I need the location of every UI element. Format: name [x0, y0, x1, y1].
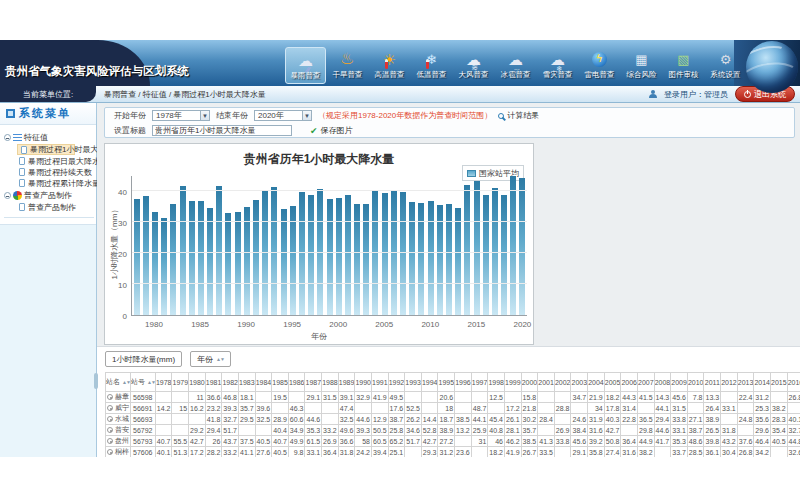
year-header-1981[interactable]: 1981: [205, 373, 222, 392]
value-cell: 29.1: [305, 392, 322, 403]
year-header-1996[interactable]: 1996: [455, 373, 472, 392]
toolbar-item-低温普查[interactable]: ❄低温普查: [411, 47, 452, 84]
value-cell: 49.5: [388, 392, 405, 403]
year-header-2000[interactable]: 2000: [521, 373, 538, 392]
year-header-1998[interactable]: 1998: [488, 373, 505, 392]
value-cell: 33.7: [671, 447, 688, 458]
year-header-1995[interactable]: 1995: [438, 373, 455, 392]
tree-expander-icon[interactable]: [4, 192, 11, 199]
station-table-section: 1小时降水量(mm) 年份 ▲▼ 站名 ▲▼站号 ▲▼1978197919801…: [97, 346, 800, 457]
year-header-2001[interactable]: 2001: [538, 373, 555, 392]
year-header-2006[interactable]: 2006: [621, 373, 638, 392]
station-name-cell[interactable]: 水城: [106, 414, 131, 425]
sidebar-item-暴雨过程日最大降水量[interactable]: 暴雨过程日最大降水量: [17, 156, 94, 166]
year-header-1979[interactable]: 1979: [172, 373, 189, 392]
year-header-2009[interactable]: 2009: [671, 373, 688, 392]
year-header-1999[interactable]: 1999: [504, 373, 521, 392]
save-image-button[interactable]: 保存图片: [310, 125, 353, 136]
calculate-button[interactable]: 计算结果: [498, 110, 539, 121]
sidebar-item-普查产品制作[interactable]: 普查产品制作: [17, 202, 94, 212]
station-name-cell[interactable]: 盘州: [106, 436, 131, 447]
sidebar-item-暴雨过程累计降水量[interactable]: 暴雨过程累计降水量: [17, 178, 94, 188]
bar-1991: [253, 200, 259, 315]
year-header-1993[interactable]: 1993: [405, 373, 422, 392]
end-year-select[interactable]: 2020年 ▼: [254, 110, 312, 121]
chart-title-input[interactable]: [152, 125, 292, 136]
table-row-56793[interactable]: 盘州5679340.755.542.72643.737.540.540.749.…: [106, 436, 800, 447]
splitter-handle[interactable]: [94, 373, 98, 389]
year-column-chip[interactable]: 年份 ▲▼: [190, 351, 231, 367]
toolbar-item-干旱普查[interactable]: ♨干旱普查: [327, 47, 368, 84]
year-header-1994[interactable]: 1994: [421, 373, 438, 392]
toolbar-item-系统设置[interactable]: ⚙系统设置: [705, 47, 746, 84]
toolbar-item-高温普查[interactable]: ☀高温普查: [369, 47, 410, 84]
tree-expander-icon[interactable]: [4, 134, 11, 141]
bar-1984: [189, 201, 195, 315]
year-header-2008[interactable]: 2008: [654, 373, 671, 392]
toolbar-item-冰雹普查[interactable]: ☁∙∙∙冰雹普查: [495, 47, 536, 84]
table-header-row: 站名 ▲▼站号 ▲▼197819791980198119821983198419…: [106, 373, 800, 392]
sidebar-group-特征值[interactable]: 特征值: [4, 132, 94, 143]
toolbar-item-图件审核[interactable]: ▧图件审核: [663, 47, 704, 84]
radio-icon[interactable]: [107, 427, 113, 433]
year-header-2016[interactable]: 2016: [787, 373, 800, 392]
start-year-select[interactable]: 1978年 ▼: [152, 110, 210, 121]
toolbar-item-大风普查[interactable]: ☁≋大风普查: [453, 47, 494, 84]
toolbar-item-综合风险[interactable]: ▦综合风险: [621, 47, 662, 84]
year-header-2010[interactable]: 2010: [687, 373, 704, 392]
sidebar-item-暴雨过程持续天数[interactable]: 暴雨过程持续天数: [17, 167, 94, 177]
station-name-cell[interactable]: 普安: [106, 425, 131, 436]
bar-1988: [225, 213, 231, 315]
year-header-2002[interactable]: 2002: [554, 373, 571, 392]
year-header-2003[interactable]: 2003: [571, 373, 588, 392]
year-header-1988[interactable]: 1988: [322, 373, 339, 392]
year-header-2007[interactable]: 2007: [637, 373, 654, 392]
year-header-2005[interactable]: 2005: [604, 373, 621, 392]
year-header-1987[interactable]: 1987: [305, 373, 322, 392]
station-name-cell[interactable]: 威宁: [106, 403, 131, 414]
radio-icon[interactable]: [107, 405, 113, 411]
table-row-56691[interactable]: 威宁5669114.21516.223.239.335.739.646.347.…: [106, 403, 800, 414]
radio-icon[interactable]: [107, 449, 113, 455]
radio-icon[interactable]: [107, 394, 113, 400]
year-header-2011[interactable]: 2011: [704, 373, 721, 392]
station-id-header[interactable]: 站号 ▲▼: [131, 373, 156, 392]
sidebar-item-暴雨过程1小时最大降水量[interactable]: 暴雨过程1小时最大降水量: [17, 144, 75, 155]
sidebar-group-普查产品制作[interactable]: 普查产品制作: [4, 190, 94, 201]
table-row-57606[interactable]: 桐梓5760640.151.317.228.233.241.127.640.59…: [106, 447, 800, 458]
year-header-2014[interactable]: 2014: [754, 373, 771, 392]
value-cell: 28.4: [538, 414, 555, 425]
value-cell: [471, 392, 488, 403]
table-row-56792[interactable]: 普安5679229.229.451.740.434.935.333.249.63…: [106, 425, 800, 436]
year-header-2004[interactable]: 2004: [588, 373, 605, 392]
year-header-1980[interactable]: 1980: [189, 373, 206, 392]
value-cell: 48.7: [471, 403, 488, 414]
year-header-1982[interactable]: 1982: [222, 373, 239, 392]
value-cell: 21.8: [521, 403, 538, 414]
table-row-56693[interactable]: 水城5669341.832.729.532.528.960.644.632.54…: [106, 414, 800, 425]
year-header-1989[interactable]: 1989: [338, 373, 355, 392]
year-header-1978[interactable]: 1978: [155, 373, 172, 392]
radio-icon[interactable]: [107, 416, 113, 422]
year-header-2012[interactable]: 2012: [721, 373, 738, 392]
year-header-2013[interactable]: 2013: [737, 373, 754, 392]
station-name-cell[interactable]: 赫章: [106, 392, 131, 403]
station-name-header[interactable]: 站名 ▲▼: [106, 373, 131, 392]
measure-chip[interactable]: 1小时降水量(mm): [105, 351, 182, 367]
year-header-1985[interactable]: 1985: [272, 373, 289, 392]
radio-icon[interactable]: [107, 438, 113, 444]
year-header-1983[interactable]: 1983: [238, 373, 255, 392]
year-header-1984[interactable]: 1984: [255, 373, 272, 392]
year-header-1991[interactable]: 1991: [371, 373, 388, 392]
station-name-cell[interactable]: 桐梓: [106, 447, 131, 458]
toolbar-item-雪灾普查[interactable]: ☁❄雪灾普查: [537, 47, 578, 84]
year-header-1990[interactable]: 1990: [355, 373, 372, 392]
value-cell: 28.9: [272, 414, 289, 425]
year-header-1986[interactable]: 1986: [288, 373, 305, 392]
toolbar-item-雷电普查[interactable]: ϟ雷电普查: [579, 47, 620, 84]
year-header-1997[interactable]: 1997: [471, 373, 488, 392]
year-header-1992[interactable]: 1992: [388, 373, 405, 392]
table-row-56598[interactable]: 赫章565981136.646.818.119.529.131.539.132.…: [106, 392, 800, 403]
toolbar-item-暴雨普查[interactable]: ☁∕∕∕暴雨普查: [285, 47, 326, 84]
year-header-2015[interactable]: 2015: [770, 373, 787, 392]
